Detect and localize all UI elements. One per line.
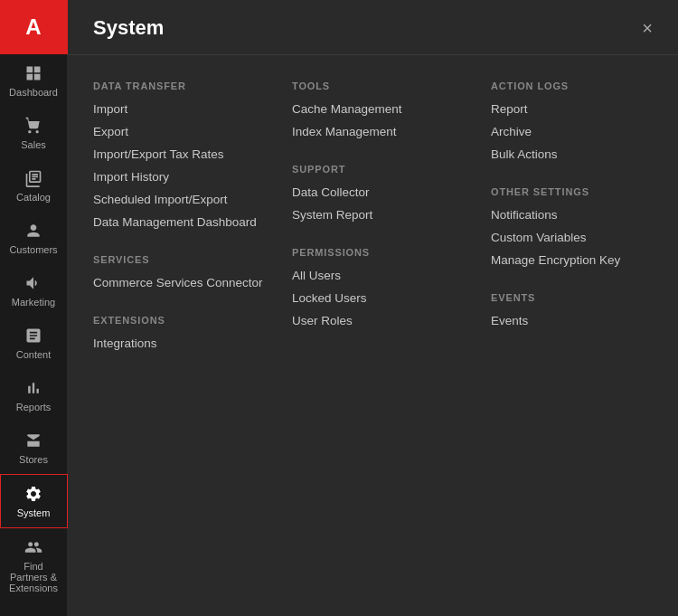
section-group-0-2: ExtensionsIntegrations <box>93 315 274 350</box>
sidebar-item-catalog[interactable]: Catalog <box>0 159 68 212</box>
sidebar-item-system[interactable]: System <box>0 474 68 528</box>
menu-item: Notifications <box>491 208 672 222</box>
menu-link-1-1-0[interactable]: Data Collector <box>292 185 473 199</box>
sidebar-item-dashboard[interactable]: Dashboard <box>0 54 68 107</box>
section-heading-1-0: Tools <box>292 81 473 91</box>
menu-link-2-1-2[interactable]: Manage Encryption Key <box>491 253 672 267</box>
sidebar-item-reports[interactable]: Reports <box>0 369 68 422</box>
menu-column-2: Action LogsReportArchiveBulk ActionsOthe… <box>491 81 678 375</box>
partners-icon <box>24 537 43 557</box>
menu-link-0-0-0[interactable]: Import <box>93 102 274 116</box>
sidebar-item-sales[interactable]: Sales <box>0 107 68 159</box>
main-content: System × Data TransferImportExportImport… <box>68 0 678 616</box>
sidebar-label-customers: Customers <box>9 244 57 255</box>
sidebar-item-marketing[interactable]: Marketing <box>0 264 68 317</box>
menu-item: Custom Variables <box>491 231 672 244</box>
sidebar-label-find-partners: Find Partners & Extensions <box>5 561 63 593</box>
sidebar-label-reports: Reports <box>16 402 52 412</box>
menu-item: System Report <box>292 208 473 222</box>
menu-item: Import/Export Tax Rates <box>93 147 274 161</box>
sidebar-label-dashboard: Dashboard <box>9 87 58 98</box>
menu-item: All Users <box>292 269 473 282</box>
section-heading-1-1: Support <box>292 164 473 175</box>
section-heading-1-2: Permissions <box>292 247 473 258</box>
sales-icon <box>24 116 43 136</box>
menu-items-1-1: Data CollectorSystem Report <box>292 185 473 222</box>
catalog-icon <box>24 168 43 188</box>
menu-column-0: Data TransferImportExportImport/Export T… <box>93 81 292 375</box>
menu-item: Scheduled Import/Export <box>93 193 274 206</box>
section-group-1-1: SupportData CollectorSystem Report <box>292 164 473 222</box>
menu-link-1-2-1[interactable]: Locked Users <box>292 291 473 305</box>
section-group-2-0: Action LogsReportArchiveBulk Actions <box>491 81 672 161</box>
menu-link-2-2-0[interactable]: Events <box>491 314 672 327</box>
menu-link-0-0-2[interactable]: Import/Export Tax Rates <box>93 147 274 161</box>
menu-items-2-2: Events <box>491 314 672 327</box>
sidebar-label-catalog: Catalog <box>16 192 51 203</box>
page-header: System × <box>68 0 678 55</box>
sidebar-item-customers[interactable]: Customers <box>0 212 68 264</box>
menu-link-1-2-0[interactable]: All Users <box>292 269 473 282</box>
menu-item: Export <box>93 125 274 138</box>
menu-item: Data Collector <box>292 185 473 199</box>
adobe-logo-icon: A <box>25 14 41 40</box>
menu-link-2-0-0[interactable]: Report <box>491 102 672 116</box>
marketing-icon <box>24 273 43 293</box>
menu-column-1: ToolsCache ManagementIndex ManagementSup… <box>292 81 491 375</box>
menu-link-1-1-1[interactable]: System Report <box>292 208 473 222</box>
customers-icon <box>24 221 43 241</box>
sidebar-item-content[interactable]: Content <box>0 317 68 369</box>
sidebar-label-system: System <box>17 507 51 518</box>
menu-link-2-1-1[interactable]: Custom Variables <box>491 231 672 244</box>
reports-icon <box>24 378 43 398</box>
stores-icon <box>24 431 43 450</box>
menu-items-2-1: NotificationsCustom VariablesManage Encr… <box>491 208 672 267</box>
menu-items-0-0: ImportExportImport/Export Tax RatesImpor… <box>93 102 274 229</box>
menu-link-0-2-0[interactable]: Integrations <box>93 336 274 350</box>
sidebar-item-stores[interactable]: Stores <box>0 422 68 474</box>
dashboard-icon <box>24 63 43 83</box>
section-heading-0-2: Extensions <box>93 315 274 326</box>
sidebar-logo[interactable]: A <box>0 0 68 54</box>
menu-item: Cache Management <box>292 102 473 116</box>
section-group-1-0: ToolsCache ManagementIndex Management <box>292 81 473 138</box>
menu-link-1-2-2[interactable]: User Roles <box>292 314 473 327</box>
section-heading-2-2: Events <box>491 292 672 303</box>
menu-link-1-0-1[interactable]: Index Management <box>292 125 473 138</box>
menu-link-0-0-4[interactable]: Scheduled Import/Export <box>93 193 274 206</box>
sidebar-label-sales: Sales <box>21 139 46 150</box>
section-group-2-2: EventsEvents <box>491 292 672 327</box>
section-group-1-2: PermissionsAll UsersLocked UsersUser Rol… <box>292 247 473 327</box>
menu-items-1-0: Cache ManagementIndex Management <box>292 102 473 138</box>
sidebar-label-stores: Stores <box>19 454 48 465</box>
content-icon <box>24 326 43 346</box>
menu-link-1-0-0[interactable]: Cache Management <box>292 102 473 116</box>
menu-item: Index Management <box>292 125 473 138</box>
menu-link-0-1-0[interactable]: Commerce Services Connector <box>93 276 274 289</box>
menu-link-0-0-5[interactable]: Data Management Dashboard <box>93 215 274 229</box>
menu-link-0-0-3[interactable]: Import History <box>93 170 274 184</box>
menu-items-2-0: ReportArchiveBulk Actions <box>491 102 672 161</box>
sidebar-label-content: Content <box>16 349 52 360</box>
menu-items-0-1: Commerce Services Connector <box>93 276 274 289</box>
section-group-0-0: Data TransferImportExportImport/Export T… <box>93 81 274 229</box>
menu-items-1-2: All UsersLocked UsersUser Roles <box>292 269 473 327</box>
sidebar-item-find-partners[interactable]: Find Partners & Extensions <box>0 528 68 602</box>
menu-item: Manage Encryption Key <box>491 253 672 267</box>
page-title: System <box>93 16 164 40</box>
menu-link-0-0-1[interactable]: Export <box>93 125 274 138</box>
menu-items-0-2: Integrations <box>93 336 274 350</box>
menu-item: Commerce Services Connector <box>93 276 274 289</box>
sidebar: A Dashboard Sales Catalog Customers Mark… <box>0 0 68 616</box>
menu-link-2-0-1[interactable]: Archive <box>491 125 672 138</box>
menu-item: Report <box>491 102 672 116</box>
menu-item: Events <box>491 314 672 327</box>
menu-grid: Data TransferImportExportImport/Export T… <box>68 55 678 401</box>
close-button[interactable]: × <box>642 19 653 37</box>
section-group-2-1: Other SettingsNotificationsCustom Variab… <box>491 186 672 267</box>
menu-link-2-0-2[interactable]: Bulk Actions <box>491 147 672 161</box>
menu-link-2-1-0[interactable]: Notifications <box>491 208 672 222</box>
section-heading-2-0: Action Logs <box>491 81 672 91</box>
menu-item: Import History <box>93 170 274 184</box>
section-heading-2-1: Other Settings <box>491 186 672 197</box>
